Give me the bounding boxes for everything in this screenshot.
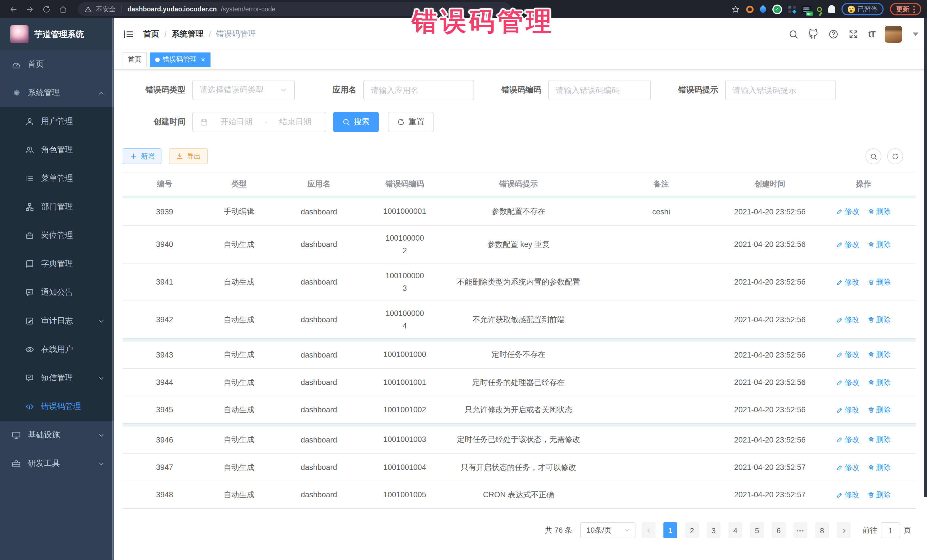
browser-forward-icon[interactable] xyxy=(26,5,34,14)
github-icon[interactable] xyxy=(808,29,819,39)
search-button[interactable]: 搜索 xyxy=(333,112,379,132)
delete-link[interactable]: 删除 xyxy=(868,405,891,415)
page-button[interactable]: 3 xyxy=(707,522,720,538)
font-size-icon[interactable]: tT xyxy=(868,29,875,39)
sidebar-item-post[interactable]: 岗位管理 xyxy=(0,221,114,250)
sidebar-item-role[interactable]: 角色管理 xyxy=(0,136,114,164)
toggle-search-button[interactable] xyxy=(865,148,881,164)
app-name-input[interactable] xyxy=(371,85,467,95)
page-button[interactable]: 8 xyxy=(815,522,829,538)
sidebar-item-dept[interactable]: 部门管理 xyxy=(0,193,114,221)
browser-menu-icon[interactable] xyxy=(913,5,915,13)
sidebar-item-error-code[interactable]: 错误码管理 xyxy=(0,392,114,421)
bookmark-star-icon[interactable] xyxy=(731,5,740,14)
caret-down-icon[interactable] xyxy=(913,32,918,36)
delete-link[interactable]: 删除 xyxy=(868,377,891,387)
edit-link[interactable]: 修改 xyxy=(836,314,859,325)
reset-button[interactable]: 重置 xyxy=(388,112,433,132)
refresh-table-button[interactable] xyxy=(887,148,903,164)
error-tip-input[interactable] xyxy=(732,85,828,95)
edit-link[interactable]: 修改 xyxy=(836,405,859,415)
extension-icon[interactable] xyxy=(817,6,822,12)
breadcrumb-home[interactable]: 首页 xyxy=(143,29,159,39)
error-code-input[interactable] xyxy=(556,85,643,95)
total-count: 共 76 条 xyxy=(545,525,572,536)
sidebar-item-dev-tools[interactable]: 研发工具 xyxy=(0,449,114,478)
browser-update-button[interactable]: 更新 xyxy=(890,3,921,15)
sidebar-item-online-user[interactable]: 在线用户 xyxy=(0,335,114,364)
more-pages-button[interactable]: ••• xyxy=(793,522,807,538)
extension-icon[interactable]: ✓ xyxy=(772,4,782,14)
edit-link[interactable]: 修改 xyxy=(836,277,859,287)
next-page-button[interactable] xyxy=(837,522,851,538)
delete-link[interactable]: 删除 xyxy=(868,435,891,445)
sidebar-logo[interactable]: 芋道管理系统 xyxy=(0,18,114,50)
delete-link[interactable]: 删除 xyxy=(868,462,891,472)
help-icon[interactable] xyxy=(828,29,839,39)
table-row: 3946 自动生成 dashboard 1001001003 定时任务已经处于该… xyxy=(123,426,916,454)
delete-link[interactable]: 删除 xyxy=(868,314,891,325)
cell-tip: 不能删除类型为系统内置的参数配置 xyxy=(443,263,594,301)
edit-link[interactable]: 修改 xyxy=(836,490,859,500)
avatar[interactable] xyxy=(885,25,902,42)
error-code-field[interactable] xyxy=(548,80,651,100)
breadcrumb-separator: / xyxy=(209,29,211,38)
sidebar-item-home[interactable]: 首页 xyxy=(0,50,114,79)
delete-link[interactable]: 删除 xyxy=(868,239,891,249)
sidebar-item-notice[interactable]: 通知公告 xyxy=(0,278,114,307)
sidebar-item-infrastructure[interactable]: 基础设施 xyxy=(0,421,114,449)
browser-back-icon[interactable] xyxy=(9,5,18,14)
pencil-icon xyxy=(836,316,843,323)
extension-icon[interactable] xyxy=(788,5,795,13)
cell-id: 3942 xyxy=(123,301,207,338)
sidebar-item-audit-log[interactable]: 审计日志 xyxy=(0,307,114,335)
page-button[interactable]: 4 xyxy=(728,522,742,538)
prev-page-button[interactable] xyxy=(642,522,655,538)
sidebar-item-user[interactable]: 用户管理 xyxy=(0,107,114,136)
page-button[interactable]: 6 xyxy=(772,522,786,538)
edit-link[interactable]: 修改 xyxy=(836,462,859,472)
edit-link[interactable]: 修改 xyxy=(836,207,859,217)
delete-link[interactable]: 删除 xyxy=(868,350,891,360)
delete-link[interactable]: 删除 xyxy=(868,277,891,287)
export-button[interactable]: 导出 xyxy=(169,148,208,164)
page-button[interactable]: 2 xyxy=(685,522,699,538)
error-type-select[interactable]: 请选择错误码类型 xyxy=(192,80,295,100)
goto-page-input[interactable] xyxy=(881,522,900,538)
extension-icon[interactable] xyxy=(828,5,835,13)
error-tip-field[interactable] xyxy=(725,80,836,100)
search-icon[interactable] xyxy=(789,29,799,39)
edit-link[interactable]: 修改 xyxy=(836,350,859,360)
sidebar-item-sms[interactable]: 短信管理 xyxy=(0,364,114,392)
tab-error-code[interactable]: 错误码管理 × xyxy=(150,52,210,67)
cell-code: 1001000001 xyxy=(366,198,443,226)
extension-icon[interactable]: on xyxy=(802,5,810,13)
app-name-field[interactable] xyxy=(363,80,474,100)
fullscreen-icon[interactable] xyxy=(848,29,859,39)
insecure-label: 不安全 xyxy=(96,5,115,14)
edit-link[interactable]: 修改 xyxy=(836,435,859,445)
sidebar-item-menu[interactable]: 菜单管理 xyxy=(0,164,114,193)
delete-link[interactable]: 删除 xyxy=(868,207,891,217)
extension-icon[interactable] xyxy=(758,5,767,14)
extension-icon[interactable] xyxy=(746,5,753,13)
breadcrumb-separator: / xyxy=(164,29,167,38)
page-button[interactable]: 5 xyxy=(750,522,764,538)
page-button[interactable]: 1 xyxy=(663,522,677,538)
tab-home[interactable]: 首页 xyxy=(123,52,147,67)
browser-home-icon[interactable] xyxy=(59,5,67,14)
sidebar-item-system-management[interactable]: 系统管理 xyxy=(0,79,114,107)
page-scrollbar[interactable] xyxy=(924,18,927,497)
date-range-picker[interactable]: 开始日期 - 结束日期 xyxy=(192,112,326,132)
browser-reload-icon[interactable] xyxy=(42,5,51,14)
close-tab-icon[interactable]: × xyxy=(201,56,205,63)
add-button[interactable]: 新增 xyxy=(123,148,161,164)
sidebar-item-dict[interactable]: 字典管理 xyxy=(0,250,114,278)
delete-link[interactable]: 删除 xyxy=(868,490,891,500)
page-size-select[interactable]: 10条/页 xyxy=(580,522,635,538)
hamburger-icon[interactable] xyxy=(123,28,134,39)
edit-link[interactable]: 修改 xyxy=(836,377,859,387)
edit-link[interactable]: 修改 xyxy=(836,239,859,249)
profile-paused-badge[interactable]: 已暂停 xyxy=(841,3,884,15)
breadcrumb-system[interactable]: 系统管理 xyxy=(172,29,204,39)
